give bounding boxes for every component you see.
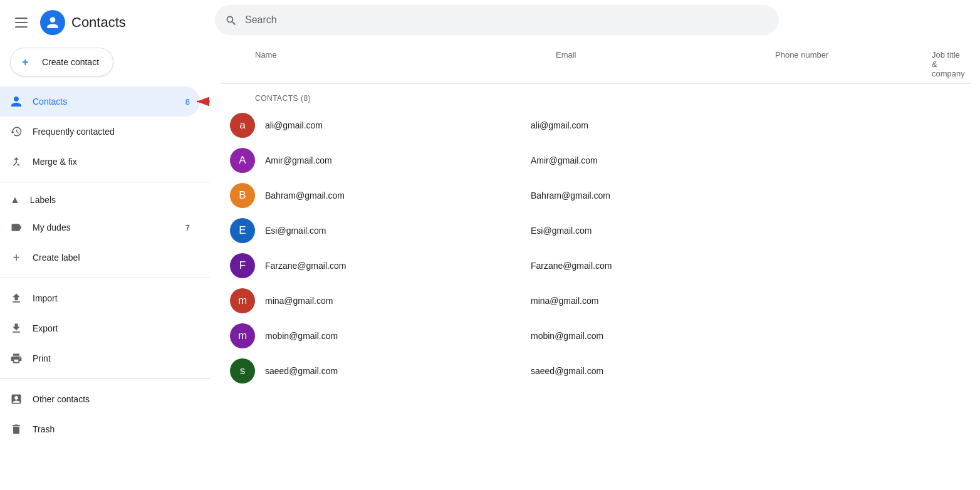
label-icon xyxy=(10,221,23,234)
labels-section-header[interactable]: ▲ Labels xyxy=(0,187,210,212)
contacts-group-label: CONTACTS (8) xyxy=(220,86,970,108)
contact-row[interactable]: m mina@gmail.com mina@gmail.com xyxy=(220,283,970,318)
contact-avatar: a xyxy=(230,113,255,138)
contact-avatar: B xyxy=(230,183,255,208)
search-icon xyxy=(225,13,237,26)
contact-row[interactable]: A Amir@gmail.com Amir@gmail.com xyxy=(220,143,970,178)
person-icon xyxy=(10,95,23,108)
contact-email: ali@gmail.com xyxy=(531,120,750,130)
contact-name-cell: m mina@gmail.com xyxy=(230,288,531,313)
search-input[interactable] xyxy=(245,14,769,26)
contact-row[interactable]: s saeed@gmail.com saeed@gmail.com xyxy=(220,353,970,388)
contact-name: ali@gmail.com xyxy=(265,120,323,130)
contact-email: saeed@gmail.com xyxy=(531,366,750,376)
create-contact-button[interactable]: + Create contact xyxy=(10,48,113,76)
sidebar-item-import[interactable]: Import xyxy=(0,283,200,313)
divider-3 xyxy=(0,378,210,379)
contact-name: Farzane@gmail.com xyxy=(265,261,346,271)
app-logo-area: Contacts xyxy=(40,10,126,35)
contact-email: mobin@gmail.com xyxy=(531,331,750,341)
contact-row[interactable]: E Esi@gmail.com Esi@gmail.com xyxy=(220,213,970,248)
history-icon xyxy=(10,125,23,138)
contacts-list: a ali@gmail.com ali@gmail.com A Amir@gma… xyxy=(220,108,970,388)
contact-name-cell: a ali@gmail.com xyxy=(230,113,531,138)
contact-avatar: m xyxy=(230,288,255,313)
sidebar-item-contacts-label: Contacts xyxy=(33,96,67,107)
contact-name: mina@gmail.com xyxy=(265,296,333,306)
table-header: Name Email Phone number Job title & comp… xyxy=(220,45,970,84)
contact-row[interactable]: B Bahram@gmail.com Bahram@gmail.com xyxy=(220,178,970,213)
contact-email: Bahram@gmail.com xyxy=(531,190,750,201)
sidebar-item-other-contacts[interactable]: Other contacts xyxy=(0,384,200,414)
sidebar-item-contacts[interactable]: Contacts 8 xyxy=(0,86,200,117)
create-contact-label: Create contact xyxy=(42,57,99,67)
contact-name-cell: m mobin@gmail.com xyxy=(230,323,531,348)
sidebar-item-trash[interactable]: Trash xyxy=(0,414,200,444)
col-header-phone: Phone number xyxy=(775,50,932,78)
contact-name-cell: A Amir@gmail.com xyxy=(230,148,531,173)
sidebar-item-my-dudes-label: My dudes xyxy=(33,222,71,232)
sidebar-header: Contacts xyxy=(0,5,210,45)
contact-email: Farzane@gmail.com xyxy=(531,261,750,271)
sidebar-item-import-label: Import xyxy=(33,293,58,303)
contact-name: Amir@gmail.com xyxy=(265,155,332,165)
sidebar-item-merge-fix-label: Merge & fix xyxy=(33,157,77,167)
arrow-annotation xyxy=(194,92,210,111)
export-icon xyxy=(10,322,23,335)
contacts-badge: 8 xyxy=(185,97,190,107)
sidebar-item-create-label[interactable]: + Create label xyxy=(0,242,200,273)
contact-row[interactable]: F Farzane@gmail.com Farzane@gmail.com xyxy=(220,248,970,283)
contact-avatar: m xyxy=(230,323,255,348)
contact-email: Amir@gmail.com xyxy=(531,155,750,165)
search-bar[interactable] xyxy=(215,5,779,35)
plus-icon: + xyxy=(21,55,36,70)
sidebar-item-other-contacts-label: Other contacts xyxy=(33,394,90,404)
hamburger-menu-button[interactable] xyxy=(10,13,33,33)
other-contacts-icon xyxy=(10,393,23,405)
sidebar: Contacts + Create contact Contacts 8 xyxy=(0,0,210,490)
create-label-text: Create label xyxy=(33,253,80,263)
contact-row[interactable]: a ali@gmail.com ali@gmail.com xyxy=(220,108,970,143)
create-label-icon: + xyxy=(10,251,23,264)
sidebar-item-frequently-contacted-label: Frequently contacted xyxy=(33,127,115,137)
col-header-job: Job title & company xyxy=(932,50,965,78)
contact-avatar: A xyxy=(230,148,255,173)
trash-icon xyxy=(10,423,23,435)
sidebar-item-export-label: Export xyxy=(33,323,58,333)
sidebar-item-print[interactable]: Print xyxy=(0,343,200,373)
col-header-email: Email xyxy=(556,50,775,78)
import-icon xyxy=(10,292,23,305)
contact-name-cell: E Esi@gmail.com xyxy=(230,218,531,243)
app-logo-avatar xyxy=(40,10,65,35)
sidebar-item-export[interactable]: Export xyxy=(0,313,200,343)
contact-name-cell: F Farzane@gmail.com xyxy=(230,253,531,278)
labels-section-label: Labels xyxy=(30,195,56,205)
my-dudes-badge: 7 xyxy=(185,223,190,232)
contact-email: mina@gmail.com xyxy=(531,296,750,306)
sidebar-item-trash-label: Trash xyxy=(33,424,55,434)
contact-name-cell: s saeed@gmail.com xyxy=(230,358,531,383)
divider-2 xyxy=(0,278,210,278)
print-icon xyxy=(10,352,23,365)
divider-1 xyxy=(0,182,210,182)
sidebar-item-my-dudes[interactable]: My dudes 7 xyxy=(0,212,200,242)
svg-text:+: + xyxy=(22,56,29,68)
contact-email: Esi@gmail.com xyxy=(531,226,750,236)
app-title: Contacts xyxy=(71,14,126,31)
contact-name-cell: B Bahram@gmail.com xyxy=(230,183,531,208)
sidebar-item-frequently-contacted[interactable]: Frequently contacted xyxy=(0,117,200,147)
contact-name: saeed@gmail.com xyxy=(265,366,338,376)
contacts-area: Name Email Phone number Job title & comp… xyxy=(210,40,980,490)
contact-name: Esi@gmail.com xyxy=(265,226,326,236)
contact-name: Bahram@gmail.com xyxy=(265,190,345,201)
main-content: Name Email Phone number Job title & comp… xyxy=(210,0,980,490)
collapse-icon: ▲ xyxy=(10,194,20,206)
sidebar-item-print-label: Print xyxy=(33,353,51,363)
merge-icon xyxy=(10,155,23,168)
contact-name: mobin@gmail.com xyxy=(265,331,338,341)
contact-avatar: F xyxy=(230,253,255,278)
contact-avatar: s xyxy=(230,358,255,383)
contact-row[interactable]: m mobin@gmail.com mobin@gmail.com xyxy=(220,318,970,353)
sidebar-item-merge-fix[interactable]: Merge & fix xyxy=(0,147,200,177)
col-header-name: Name xyxy=(255,50,556,78)
